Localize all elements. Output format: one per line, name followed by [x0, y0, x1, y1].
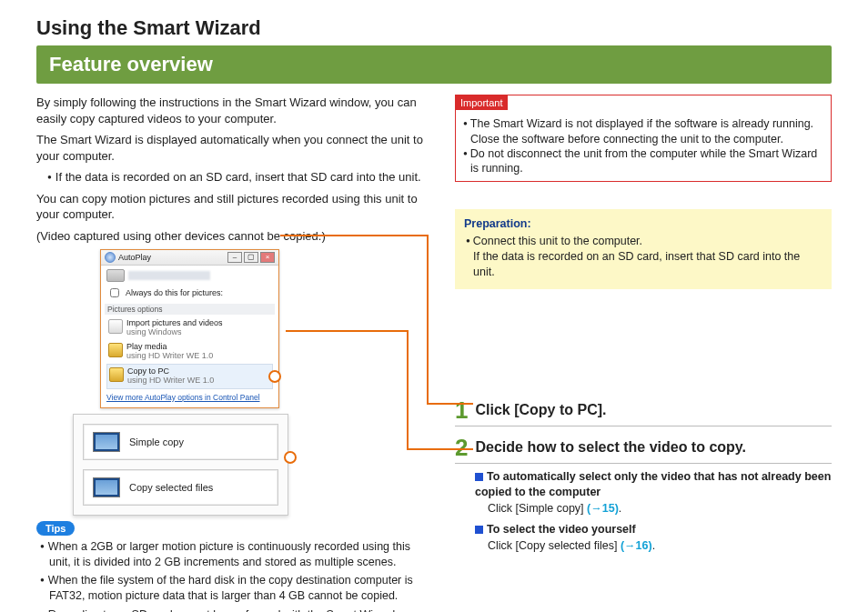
- autoplay-copy-item[interactable]: Copy to PCusing HD Writer WE 1.0: [106, 364, 273, 389]
- square-bullet-icon: [475, 473, 483, 481]
- autoplay-title: AutoPlay: [118, 253, 151, 262]
- substep-auto-body: Click [Simple copy]: [488, 502, 587, 515]
- tip-1: When a 2GB or larger motion picture is c…: [36, 539, 428, 570]
- wizard-window: Simple copy Copy selected files: [73, 414, 288, 516]
- preparation-title: Preparation:: [464, 216, 823, 232]
- autoplay-import-title: Import pictures and videos: [126, 318, 223, 327]
- copy-pc-icon: [109, 367, 124, 382]
- page-title: Using the Smart Wizard: [36, 16, 832, 40]
- substep-auto-dot: .: [619, 502, 621, 515]
- close-icon[interactable]: ×: [260, 252, 275, 263]
- tip-3: Recording to an SD card cannot be perfor…: [36, 607, 428, 612]
- tips-badge: Tips: [36, 521, 75, 536]
- import-icon: [108, 319, 123, 334]
- copy-selected-button[interactable]: Copy selected files: [83, 469, 278, 506]
- substep-manual: To select the video yourself Click [Copy…: [475, 522, 832, 554]
- intro-paragraph-2: The Smart Wizard is displayed automatica…: [36, 132, 428, 164]
- copy-selected-label: Copy selected files: [129, 482, 213, 493]
- important-2: Do not disconnect the unit from the comp…: [461, 146, 825, 176]
- ref-link-16[interactable]: (→16): [621, 539, 652, 552]
- important-1: The Smart Wizard is not displayed if the…: [461, 116, 825, 146]
- drive-icon: [106, 269, 125, 282]
- autoplay-import-item[interactable]: Import pictures and videosusing Windows: [106, 316, 273, 340]
- play-icon: [108, 343, 123, 357]
- window-controls[interactable]: –▢×: [226, 252, 275, 263]
- always-do-label: Always do this for pictures:: [126, 288, 223, 297]
- square-bullet-icon: [475, 526, 483, 534]
- step-1-text: Click [Copy to PC].: [475, 398, 606, 418]
- autoplay-icon: [105, 252, 116, 263]
- drive-label-blur: [128, 271, 210, 280]
- step-2-number: 2: [455, 436, 468, 459]
- preparation-box: Preparation: Connect this unit to the co…: [455, 209, 832, 289]
- step-2-text: Decide how to select the video to copy.: [475, 436, 746, 456]
- substep-manual-title: To select the video yourself: [487, 523, 636, 536]
- intro-paragraph-1: By simply following the instructions in …: [36, 95, 428, 126]
- important-box: Important The Smart Wizard is not displa…: [455, 95, 832, 182]
- simple-copy-label: Simple copy: [129, 436, 184, 447]
- laptop-icon: [93, 432, 120, 452]
- autoplay-play-item[interactable]: Play mediausing HD Writer WE 1.0: [106, 340, 273, 364]
- step-1-number: 1: [455, 398, 468, 422]
- callout-marker-1: [268, 370, 281, 383]
- important-label: Important: [455, 95, 508, 110]
- substep-manual-dot: .: [652, 539, 655, 552]
- autoplay-copy-title: Copy to PC: [127, 366, 169, 376]
- ref-link-15[interactable]: (→15): [587, 502, 619, 515]
- step-2: 2 Decide how to select the video to copy…: [455, 436, 832, 464]
- intro-paragraph-3: You can copy motion pictures and still p…: [36, 191, 428, 223]
- minimize-icon[interactable]: –: [227, 252, 242, 263]
- substep-manual-body: Click [Copy selected files]: [488, 539, 621, 552]
- autoplay-import-sub: using Windows: [126, 327, 182, 336]
- preparation-sd: If the data is recorded on an SD card, i…: [464, 249, 823, 280]
- intro-sd-note: If the data is recorded on an SD card, i…: [36, 169, 428, 186]
- substep-auto: To automatically select only the video t…: [475, 469, 832, 517]
- substep-auto-title: To automatically select only the video t…: [475, 470, 831, 499]
- autoplay-play-title: Play media: [126, 342, 167, 351]
- autoplay-more-options-link[interactable]: View more AutoPlay options in Control Pa…: [106, 393, 273, 402]
- always-do-checkbox[interactable]: [110, 288, 119, 297]
- step-1: 1 Click [Copy to PC].: [455, 398, 832, 426]
- autoplay-section-label: Pictures options: [105, 304, 275, 315]
- banner-title: Feature overview: [36, 45, 832, 84]
- laptop-check-icon: [93, 477, 120, 497]
- autoplay-window: AutoPlay –▢× Always do this for pictures…: [100, 249, 279, 407]
- tip-2: When the file system of the hard disk in…: [36, 573, 428, 604]
- callout-marker-2: [284, 451, 297, 464]
- autoplay-play-sub: using HD Writer WE 1.0: [126, 351, 213, 360]
- intro-paragraph-4: (Video captured using other devices cann…: [36, 228, 428, 245]
- autoplay-copy-sub: using HD Writer WE 1.0: [127, 376, 214, 385]
- maximize-icon[interactable]: ▢: [244, 252, 258, 263]
- preparation-connect: Connect this unit to the computer.: [464, 234, 823, 249]
- simple-copy-button[interactable]: Simple copy: [83, 424, 278, 460]
